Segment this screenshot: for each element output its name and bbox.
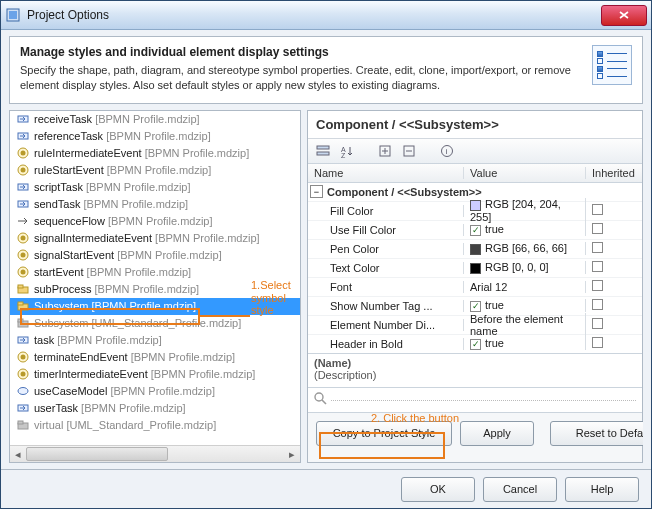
- property-name: Use Fill Color: [308, 224, 464, 236]
- checkbox-icon[interactable]: [592, 337, 603, 348]
- svg-point-27: [18, 388, 28, 395]
- property-value[interactable]: RGB [204, 204, 255]: [464, 198, 586, 223]
- desc-name: (Name): [314, 357, 636, 369]
- tree-item[interactable]: virtual [UML_Standard_Profile.mdzip]: [10, 417, 300, 434]
- tree-item[interactable]: ruleIntermediateEvent [BPMN Profile.mdzi…: [10, 145, 300, 162]
- property-value[interactable]: ✓true: [464, 337, 586, 350]
- checkbox-icon[interactable]: [592, 299, 603, 310]
- svg-rect-21: [18, 319, 23, 322]
- tree-item[interactable]: referenceTask [BPMN Profile.mdzip]: [10, 128, 300, 145]
- checkbox-icon[interactable]: [592, 280, 603, 291]
- tree-item[interactable]: scriptTask [BPMN Profile.mdzip]: [10, 179, 300, 196]
- ok-button[interactable]: OK: [401, 477, 475, 502]
- property-inherited[interactable]: [586, 204, 642, 217]
- cancel-button[interactable]: Cancel: [483, 477, 557, 502]
- property-row[interactable]: Fill ColorRGB [204, 204, 255]: [308, 201, 642, 220]
- checkbox-icon[interactable]: [592, 261, 603, 272]
- property-row[interactable]: Element Number Di...Before the element n…: [308, 315, 642, 334]
- property-inherited[interactable]: [586, 318, 642, 331]
- tree-item[interactable]: ruleStartEvent [BPMN Profile.mdzip]: [10, 162, 300, 179]
- tree-item[interactable]: signalStartEvent [BPMN Profile.mdzip]: [10, 247, 300, 264]
- arrow-icon: [16, 197, 30, 211]
- tree-item[interactable]: Subsystem [UML_Standard_Profile.mdzip]: [10, 315, 300, 332]
- header-icon: [592, 45, 632, 85]
- sort-icon[interactable]: AZ: [336, 141, 358, 161]
- checkbox-icon[interactable]: [592, 318, 603, 329]
- checkbox-icon[interactable]: ✓: [470, 225, 481, 236]
- tree-item[interactable]: receiveTask [BPMN Profile.mdzip]: [10, 111, 300, 128]
- tree-item[interactable]: sequenceFlow [BPMN Profile.mdzip]: [10, 213, 300, 230]
- svg-point-5: [21, 151, 26, 156]
- checkbox-icon[interactable]: ✓: [470, 339, 481, 350]
- app-icon: [5, 7, 21, 23]
- property-value[interactable]: RGB [0, 0, 0]: [464, 261, 586, 274]
- tree-item[interactable]: useCaseModel [BPMN Profile.mdzip]: [10, 383, 300, 400]
- property-value[interactable]: ✓true: [464, 223, 586, 236]
- property-inherited[interactable]: [586, 299, 642, 312]
- tree-item[interactable]: startEvent [BPMN Profile.mdzip]: [10, 264, 300, 281]
- col-name[interactable]: Name: [308, 167, 464, 179]
- reset-to-defaults-button[interactable]: Reset to Defaults: [550, 421, 643, 446]
- property-inherited[interactable]: [586, 242, 642, 255]
- tree-item[interactable]: subProcess [BPMN Profile.mdzip]: [10, 281, 300, 298]
- tree-item[interactable]: sendTask [BPMN Profile.mdzip]: [10, 196, 300, 213]
- search-icon[interactable]: [314, 392, 327, 407]
- tree-item[interactable]: userTask [BPMN Profile.mdzip]: [10, 400, 300, 417]
- apply-button[interactable]: Apply: [460, 421, 534, 446]
- search-input[interactable]: [331, 399, 636, 401]
- tree-item-label: ruleIntermediateEvent [BPMN Profile.mdzi…: [34, 147, 249, 159]
- titlebar: Project Options: [1, 1, 651, 30]
- tree-item-label: referenceTask [BPMN Profile.mdzip]: [34, 130, 211, 142]
- scroll-right-icon[interactable]: ▸: [284, 447, 300, 461]
- tree-item-label: Subsystem [BPMN Profile.mdzip]: [34, 300, 196, 312]
- checkbox-icon[interactable]: [592, 242, 603, 253]
- property-value[interactable]: Arial 12: [464, 281, 586, 293]
- tree-item-label: ruleStartEvent [BPMN Profile.mdzip]: [34, 164, 211, 176]
- tree-scrollbar[interactable]: ◂ ▸: [10, 445, 300, 462]
- property-inherited[interactable]: [586, 223, 642, 236]
- search-row[interactable]: [308, 388, 642, 413]
- tree-item[interactable]: timerIntermediateEvent [BPMN Profile.mdz…: [10, 366, 300, 383]
- tree-item[interactable]: signalIntermediateEvent [BPMN Profile.md…: [10, 230, 300, 247]
- checkbox-icon[interactable]: [592, 223, 603, 234]
- header-panel: Manage styles and individual element dis…: [9, 36, 643, 104]
- properties-grid[interactable]: Name Value Inherited − Component / <<Sub…: [308, 164, 642, 354]
- arrow-icon: [16, 333, 30, 347]
- copy-to-project-style-button[interactable]: Copy to Project Style: [316, 421, 452, 446]
- arrow-icon: [16, 180, 30, 194]
- scroll-thumb[interactable]: [26, 447, 168, 461]
- tree-item-label: receiveTask [BPMN Profile.mdzip]: [34, 113, 200, 125]
- checkbox-icon[interactable]: ✓: [470, 301, 481, 312]
- property-value[interactable]: ✓true: [464, 299, 586, 312]
- col-inherited[interactable]: Inherited: [586, 167, 642, 179]
- property-inherited[interactable]: [586, 261, 642, 274]
- checkbox-icon[interactable]: [592, 204, 603, 215]
- collapse-group-icon[interactable]: −: [310, 185, 323, 198]
- tree-item[interactable]: terminateEndEvent [BPMN Profile.mdzip]: [10, 349, 300, 366]
- property-inherited[interactable]: [586, 337, 642, 350]
- grid-header: Name Value Inherited: [308, 164, 642, 183]
- symbol-tree[interactable]: receiveTask [BPMN Profile.mdzip]referenc…: [9, 110, 301, 463]
- collapse-icon[interactable]: [398, 141, 420, 161]
- categorize-icon[interactable]: [312, 141, 334, 161]
- properties-panel: Component / <<Subsystem>> AZ i Name Valu…: [307, 110, 643, 463]
- info-icon[interactable]: i: [436, 141, 458, 161]
- expand-icon[interactable]: [374, 141, 396, 161]
- property-value[interactable]: RGB [66, 66, 66]: [464, 242, 586, 255]
- tree-item[interactable]: task [BPMN Profile.mdzip]: [10, 332, 300, 349]
- property-row[interactable]: Text ColorRGB [0, 0, 0]: [308, 258, 642, 277]
- svg-point-13: [21, 253, 26, 258]
- property-row[interactable]: Pen ColorRGB [66, 66, 66]: [308, 239, 642, 258]
- property-row[interactable]: Use Fill Color✓true: [308, 220, 642, 239]
- property-row[interactable]: FontArial 12: [308, 277, 642, 296]
- tree-item[interactable]: Subsystem [BPMN Profile.mdzip]: [10, 298, 300, 315]
- property-row[interactable]: Header in Bold✓true: [308, 334, 642, 353]
- color-swatch: [470, 244, 481, 255]
- scroll-left-icon[interactable]: ◂: [10, 447, 26, 461]
- help-button[interactable]: Help: [565, 477, 639, 502]
- property-inherited[interactable]: [586, 280, 642, 293]
- svg-point-39: [315, 393, 323, 401]
- close-button[interactable]: [601, 5, 647, 26]
- property-value[interactable]: Before the element name: [464, 313, 586, 337]
- col-value[interactable]: Value: [464, 167, 586, 179]
